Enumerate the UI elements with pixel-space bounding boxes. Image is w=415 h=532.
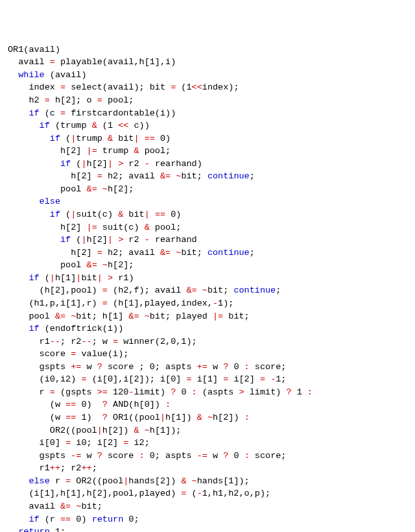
- text-token: 0: [228, 362, 244, 372]
- text-token: [8, 108, 29, 118]
- text-token: rearhand: [150, 235, 197, 245]
- operator-token: &=: [87, 260, 97, 270]
- text-token: (h1,p,i[1],r): [8, 298, 102, 308]
- text-token: h[2];: [108, 260, 134, 270]
- operator-token: ?: [102, 400, 108, 409]
- text-token: index: [8, 82, 60, 92]
- code-line: OR1(avail): [8, 43, 407, 56]
- operator-token: |=: [87, 223, 97, 232]
- text-token: (1: [97, 121, 118, 130]
- text-token: w: [81, 362, 97, 372]
- text-token: AND(h[0]): [108, 400, 165, 409]
- code-line: else r = OR2((pool|hands[2]) & ~hands[1]…: [8, 475, 407, 488]
- code-line: (w == 1) ? OR1((pool|h[1]) & ~h[2]) :: [8, 411, 407, 424]
- text-token: h[2]: [87, 159, 108, 169]
- code-line: gspts += w ? score ; 0; aspts += w ? 0 :…: [8, 361, 407, 374]
- code-line: (i[1],h[1],h[2],pool,played) = (-1,h1,h2…: [8, 487, 407, 500]
- text-token: ;: [250, 171, 255, 181]
- operator-token: |: [81, 235, 86, 245]
- operator-token: &: [108, 134, 113, 143]
- keyword-token: if: [40, 121, 50, 130]
- operator-token: ==: [155, 210, 165, 219]
- text-token: h2; avail: [102, 171, 160, 181]
- text-token: h[2];: [108, 184, 134, 194]
- operator-token: ~: [192, 476, 197, 486]
- code-line: if (|h[2]| > r2 - rearhand): [8, 158, 407, 171]
- text-token: OR2((pool: [8, 426, 97, 435]
- code-line: if (r == 0) return 0;: [8, 513, 407, 526]
- text-token: trump: [97, 146, 134, 156]
- operator-token: +=: [71, 362, 81, 372]
- text-token: [8, 324, 29, 333]
- text-token: [8, 134, 50, 143]
- code-line: r = (gspts >= 120-limit) ? 0 : (aspts > …: [8, 386, 407, 399]
- keyword-token: if: [29, 108, 39, 118]
- operator-token: &: [197, 413, 202, 422]
- operator-token: <<: [192, 82, 202, 92]
- text-token: pool;: [150, 223, 182, 232]
- text-token: [8, 514, 29, 524]
- operator-token: |: [97, 273, 102, 283]
- text-token: [8, 70, 18, 80]
- text-token: (r: [40, 514, 60, 524]
- operator-token: =: [50, 387, 55, 397]
- text-token: pool: [8, 184, 87, 194]
- operator-token: =: [102, 285, 108, 295]
- text-token: (endoftrick(i)): [40, 324, 124, 333]
- operator-token: +=: [197, 362, 208, 372]
- text-token: (h[2],pool): [8, 285, 102, 295]
- text-token: 0; aspts: [145, 451, 197, 461]
- operator-token: =: [113, 337, 118, 346]
- text-token: bit: [81, 273, 97, 283]
- text-token: (: [71, 235, 81, 245]
- text-token: r2: [123, 159, 144, 169]
- keyword-token: return: [18, 527, 50, 532]
- code-line: (i0,i2) = (i[0],i[2]); i[0] = i[1] = i[2…: [8, 373, 407, 386]
- text-token: (: [186, 489, 196, 498]
- operator-token: =: [45, 95, 50, 105]
- operator-token: &=: [160, 248, 171, 258]
- text-token: 1;: [276, 374, 286, 384]
- text-token: avail: [8, 57, 50, 67]
- text-token: (: [60, 210, 71, 219]
- text-token: ; w: [92, 337, 113, 346]
- text-token: OR2((pool: [71, 476, 123, 486]
- text-token: limit): [134, 387, 171, 397]
- code-line: i[0] = i0; i[2] = i2;: [8, 437, 407, 450]
- text-token: bit; h[1]: [76, 311, 128, 321]
- text-token: r: [50, 476, 65, 486]
- operator-token: &: [92, 121, 97, 130]
- keyword-token: continue: [208, 171, 250, 181]
- text-token: w: [208, 451, 223, 461]
- operator-token: >=: [97, 387, 108, 397]
- operator-token: :: [307, 387, 313, 397]
- text-token: 1);: [218, 298, 233, 308]
- code-line: avail &= ~bit;: [8, 500, 407, 513]
- text-token: h[2]): [213, 413, 244, 422]
- operator-token: -=: [197, 451, 208, 461]
- operator-token: --: [50, 337, 60, 346]
- operator-token: &: [145, 223, 150, 232]
- text-token: (h[1],played,index,: [108, 298, 213, 308]
- text-token: score;: [250, 362, 287, 372]
- code-line: avail = playable(avail,h[1],i): [8, 56, 407, 69]
- operator-token: ~: [202, 285, 208, 295]
- text-token: score ; 0; aspts: [102, 362, 197, 372]
- operator-token: =: [102, 298, 108, 308]
- text-token: [8, 197, 40, 206]
- text-token: (aspts: [197, 387, 239, 397]
- keyword-token: if: [29, 324, 39, 333]
- text-token: w: [208, 362, 223, 372]
- operator-token: ++: [81, 463, 91, 473]
- text-token: rearhand): [150, 159, 202, 169]
- code-line: (w == 0) ? AND(h[0]) :: [8, 398, 407, 411]
- code-line: if (|h[1]|bit| > r1): [8, 272, 407, 285]
- operator-token: ?: [97, 362, 102, 372]
- text-token: r1): [113, 273, 134, 283]
- operator-token: =: [60, 82, 65, 92]
- text-token: (h2,f); avail: [108, 285, 187, 295]
- text-token: [8, 235, 60, 245]
- text-token: select(avail); bit: [65, 82, 171, 92]
- code-line: else: [8, 195, 407, 208]
- text-token: h[2]: [8, 223, 87, 232]
